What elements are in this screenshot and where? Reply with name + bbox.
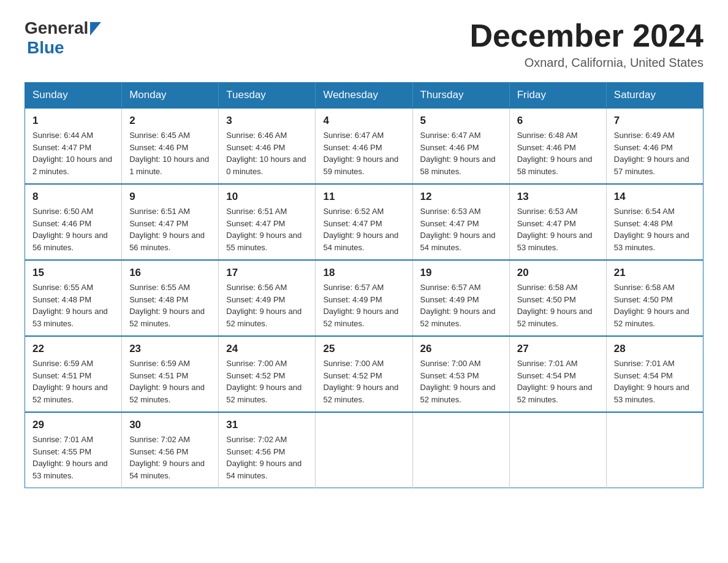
day-info: Sunrise: 7:01 AM Sunset: 4:54 PM Dayligh… [517, 358, 599, 405]
day-number: 9 [129, 191, 211, 203]
day-number: 14 [614, 191, 696, 203]
day-number: 5 [420, 115, 502, 127]
logo-text-blue: Blue [27, 38, 64, 57]
day-number: 10 [226, 191, 308, 203]
table-row: 18 Sunrise: 6:57 AM Sunset: 4:49 PM Dayl… [316, 260, 412, 336]
calendar-week-row: 8 Sunrise: 6:50 AM Sunset: 4:46 PM Dayli… [25, 184, 703, 260]
table-row: 12 Sunrise: 6:53 AM Sunset: 4:47 PM Dayl… [412, 184, 509, 260]
day-info: Sunrise: 6:51 AM Sunset: 4:47 PM Dayligh… [226, 205, 308, 253]
day-info: Sunrise: 7:00 AM Sunset: 4:52 PM Dayligh… [323, 358, 404, 405]
day-number: 19 [420, 267, 502, 279]
day-info: Sunrise: 6:44 AM Sunset: 4:47 PM Dayligh… [32, 129, 114, 177]
day-number: 11 [323, 191, 404, 203]
day-number: 22 [32, 343, 114, 355]
day-number: 13 [517, 191, 599, 203]
day-number: 15 [32, 267, 114, 279]
day-info: Sunrise: 6:45 AM Sunset: 4:46 PM Dayligh… [129, 129, 211, 177]
table-row: 29 Sunrise: 7:01 AM Sunset: 4:55 PM Dayl… [25, 412, 122, 488]
table-row: 13 Sunrise: 6:53 AM Sunset: 4:47 PM Dayl… [509, 184, 606, 260]
calendar-table: Sunday Monday Tuesday Wednesday Thursday… [25, 82, 703, 488]
day-info: Sunrise: 6:51 AM Sunset: 4:47 PM Dayligh… [129, 205, 211, 253]
day-info: Sunrise: 6:56 AM Sunset: 4:49 PM Dayligh… [226, 282, 308, 329]
table-row: 4 Sunrise: 6:47 AM Sunset: 4:46 PM Dayli… [316, 108, 412, 184]
table-row: 17 Sunrise: 6:56 AM Sunset: 4:49 PM Dayl… [219, 260, 316, 336]
day-info: Sunrise: 6:59 AM Sunset: 4:51 PM Dayligh… [32, 358, 114, 405]
table-row: 22 Sunrise: 6:59 AM Sunset: 4:51 PM Dayl… [25, 336, 122, 412]
day-info: Sunrise: 6:55 AM Sunset: 4:48 PM Dayligh… [129, 282, 211, 329]
day-info: Sunrise: 7:00 AM Sunset: 4:52 PM Dayligh… [226, 358, 308, 405]
month-title: December 2024 [469, 18, 703, 53]
col-monday: Monday [122, 83, 219, 109]
table-row: 19 Sunrise: 6:57 AM Sunset: 4:49 PM Dayl… [412, 260, 509, 336]
table-row: 8 Sunrise: 6:50 AM Sunset: 4:46 PM Dayli… [25, 184, 122, 260]
day-info: Sunrise: 7:02 AM Sunset: 4:56 PM Dayligh… [129, 434, 211, 481]
day-info: Sunrise: 6:57 AM Sunset: 4:49 PM Dayligh… [420, 282, 502, 329]
day-info: Sunrise: 7:00 AM Sunset: 4:53 PM Dayligh… [420, 358, 502, 405]
table-row: 30 Sunrise: 7:02 AM Sunset: 4:56 PM Dayl… [122, 412, 219, 488]
table-row: 11 Sunrise: 6:52 AM Sunset: 4:47 PM Dayl… [316, 184, 412, 260]
day-number: 16 [129, 267, 211, 279]
table-row: 7 Sunrise: 6:49 AM Sunset: 4:46 PM Dayli… [606, 108, 703, 184]
day-number: 8 [32, 191, 114, 203]
day-number: 17 [226, 267, 308, 279]
col-thursday: Thursday [412, 83, 509, 109]
col-wednesday: Wednesday [316, 83, 412, 109]
table-row [509, 412, 606, 488]
table-row: 28 Sunrise: 7:01 AM Sunset: 4:54 PM Dayl… [606, 336, 703, 412]
col-friday: Friday [509, 83, 606, 109]
col-tuesday: Tuesday [219, 83, 316, 109]
day-number: 25 [323, 343, 404, 355]
calendar-week-row: 22 Sunrise: 6:59 AM Sunset: 4:51 PM Dayl… [25, 336, 703, 412]
col-sunday: Sunday [25, 83, 122, 109]
day-info: Sunrise: 6:53 AM Sunset: 4:47 PM Dayligh… [420, 205, 502, 253]
logo-text-general: General [25, 18, 88, 38]
day-number: 18 [323, 267, 404, 279]
day-number: 1 [32, 115, 114, 127]
table-row [606, 412, 703, 488]
day-info: Sunrise: 6:46 AM Sunset: 4:46 PM Dayligh… [226, 129, 308, 177]
table-row: 16 Sunrise: 6:55 AM Sunset: 4:48 PM Dayl… [122, 260, 219, 336]
day-number: 20 [517, 267, 599, 279]
day-number: 23 [129, 343, 211, 355]
day-number: 26 [420, 343, 502, 355]
table-row: 20 Sunrise: 6:58 AM Sunset: 4:50 PM Dayl… [509, 260, 606, 336]
table-row: 27 Sunrise: 7:01 AM Sunset: 4:54 PM Dayl… [509, 336, 606, 412]
table-row: 24 Sunrise: 7:00 AM Sunset: 4:52 PM Dayl… [219, 336, 316, 412]
table-row [316, 412, 412, 488]
day-number: 2 [129, 115, 211, 127]
day-info: Sunrise: 6:52 AM Sunset: 4:47 PM Dayligh… [323, 205, 404, 253]
day-info: Sunrise: 6:57 AM Sunset: 4:49 PM Dayligh… [323, 282, 404, 329]
title-section: December 2024 Oxnard, California, United… [469, 18, 703, 70]
col-saturday: Saturday [606, 83, 703, 109]
location-subtitle: Oxnard, California, United States [469, 56, 703, 70]
table-row: 2 Sunrise: 6:45 AM Sunset: 4:46 PM Dayli… [122, 108, 219, 184]
logo: General Blue [25, 18, 101, 58]
table-row: 5 Sunrise: 6:47 AM Sunset: 4:46 PM Dayli… [412, 108, 509, 184]
day-number: 7 [614, 115, 696, 127]
table-row: 21 Sunrise: 6:58 AM Sunset: 4:50 PM Dayl… [606, 260, 703, 336]
day-number: 28 [614, 343, 696, 355]
day-info: Sunrise: 6:50 AM Sunset: 4:46 PM Dayligh… [32, 205, 114, 253]
day-number: 31 [226, 419, 308, 431]
day-info: Sunrise: 7:01 AM Sunset: 4:54 PM Dayligh… [614, 358, 696, 405]
table-row: 9 Sunrise: 6:51 AM Sunset: 4:47 PM Dayli… [122, 184, 219, 260]
day-number: 24 [226, 343, 308, 355]
day-info: Sunrise: 6:48 AM Sunset: 4:46 PM Dayligh… [517, 129, 599, 177]
day-info: Sunrise: 6:58 AM Sunset: 4:50 PM Dayligh… [517, 282, 599, 329]
day-number: 27 [517, 343, 599, 355]
day-info: Sunrise: 6:59 AM Sunset: 4:51 PM Dayligh… [129, 358, 211, 405]
day-info: Sunrise: 6:54 AM Sunset: 4:48 PM Dayligh… [614, 205, 696, 253]
table-row: 3 Sunrise: 6:46 AM Sunset: 4:46 PM Dayli… [219, 108, 316, 184]
day-number: 6 [517, 115, 599, 127]
table-row: 14 Sunrise: 6:54 AM Sunset: 4:48 PM Dayl… [606, 184, 703, 260]
calendar-header-row: Sunday Monday Tuesday Wednesday Thursday… [25, 83, 703, 109]
day-info: Sunrise: 7:02 AM Sunset: 4:56 PM Dayligh… [226, 434, 308, 481]
day-number: 21 [614, 267, 696, 279]
day-number: 12 [420, 191, 502, 203]
day-number: 3 [226, 115, 308, 127]
table-row: 23 Sunrise: 6:59 AM Sunset: 4:51 PM Dayl… [122, 336, 219, 412]
day-number: 30 [129, 419, 211, 431]
logo-arrow-icon [90, 22, 101, 36]
day-info: Sunrise: 7:01 AM Sunset: 4:55 PM Dayligh… [32, 434, 114, 481]
table-row: 25 Sunrise: 7:00 AM Sunset: 4:52 PM Dayl… [316, 336, 412, 412]
